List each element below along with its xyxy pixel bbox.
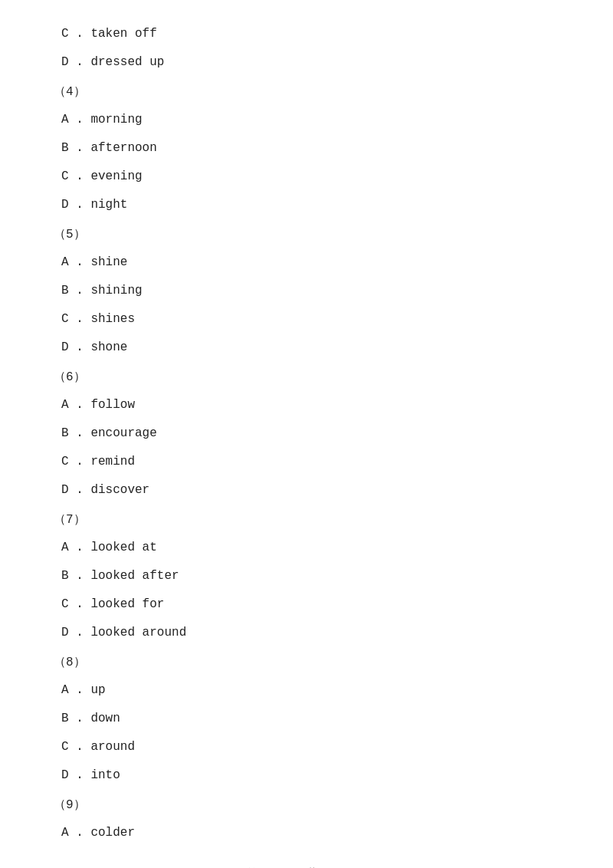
option-line: A . colder	[46, 822, 567, 844]
section-label: （6）	[46, 367, 567, 389]
option-line: D . looked around	[46, 622, 567, 644]
option-line: B . shining	[46, 280, 567, 302]
option-line: A . morning	[46, 109, 567, 131]
option-line: B . down	[46, 708, 567, 730]
option-line: D . shone	[46, 337, 567, 359]
option-line: A . looked at	[46, 537, 567, 559]
page-content: C . taken offD . dressed up（4）A . mornin…	[0, 0, 613, 868]
option-line: C . shines	[46, 308, 567, 330]
option-line: B . encourage	[46, 422, 567, 445]
option-line: C . looked for	[46, 593, 567, 616]
option-line: D . night	[46, 194, 567, 216]
section-label: （4）	[46, 81, 567, 104]
option-line: D . discover	[46, 479, 567, 501]
option-line: C . taken off	[46, 23, 567, 45]
option-line: A . up	[46, 679, 567, 702]
option-line: B . looked after	[46, 565, 567, 587]
section-label: （9）	[46, 794, 567, 817]
section-label: （7）	[46, 509, 567, 531]
option-line: C . evening	[46, 166, 567, 188]
option-line: D . into	[46, 764, 567, 787]
option-line: C . remind	[46, 451, 567, 473]
section-label: （8）	[46, 652, 567, 674]
option-line: D . dressed up	[46, 51, 567, 74]
option-line: A . follow	[46, 394, 567, 416]
option-line: B . afternoon	[46, 137, 567, 159]
option-line: A . shine	[46, 252, 567, 274]
option-line: C . around	[46, 736, 567, 758]
section-label: （5）	[46, 224, 567, 246]
